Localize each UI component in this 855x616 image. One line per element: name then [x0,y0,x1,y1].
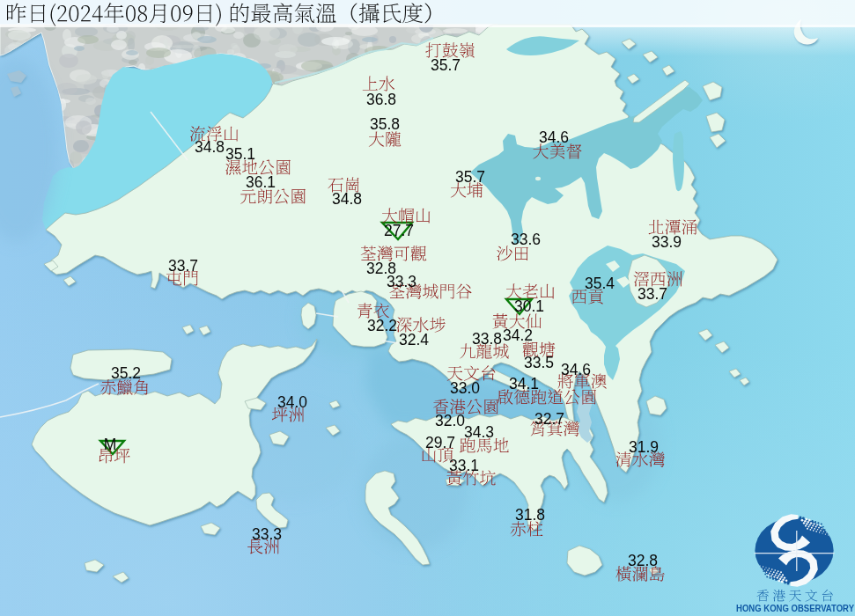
svg-text:27.7: 27.7 [384,222,414,239]
svg-text:36.1: 36.1 [246,173,276,191]
svg-text:35.1: 35.1 [225,145,255,163]
svg-text:32.4: 32.4 [399,331,429,348]
svg-text:34.6: 34.6 [561,361,591,378]
svg-text:35.7: 35.7 [455,168,485,186]
svg-text:32.0: 32.0 [435,412,465,429]
svg-text:33.3: 33.3 [387,273,416,290]
svg-text:M: M [104,436,117,453]
svg-text:34.2: 34.2 [503,326,533,344]
svg-text:29.7: 29.7 [425,434,455,451]
svg-text:33.7: 33.7 [638,285,667,303]
svg-text:34.0: 34.0 [277,393,307,411]
svg-text:35.2: 35.2 [111,364,141,382]
svg-text:33.5: 33.5 [524,354,554,371]
svg-text:33.6: 33.6 [511,231,541,248]
svg-text:35.7: 35.7 [431,56,461,74]
svg-text:33.1: 33.1 [449,457,479,474]
svg-text:HONG KONG OBSERVATORY: HONG KONG OBSERVATORY [736,603,854,613]
svg-text:32.2: 32.2 [367,317,397,334]
svg-text:33.9: 33.9 [652,233,682,251]
svg-text:33.3: 33.3 [252,525,282,543]
svg-text:32.7: 32.7 [534,410,564,428]
svg-text:34.6: 34.6 [539,128,569,146]
svg-text:33.8: 33.8 [472,330,502,348]
svg-text:34.3: 34.3 [464,423,494,441]
svg-text:34.8: 34.8 [332,190,362,208]
svg-text:34.1: 34.1 [509,375,539,392]
svg-text:31.8: 31.8 [515,506,545,524]
svg-text:35.8: 35.8 [370,115,400,133]
svg-text:34.8: 34.8 [195,138,225,156]
svg-text:30.1: 30.1 [514,297,544,315]
svg-text:35.4: 35.4 [585,275,615,292]
svg-text:33.7: 33.7 [168,257,198,275]
svg-text:33.0: 33.0 [450,379,480,397]
svg-text:32.8: 32.8 [628,552,658,569]
svg-text:36.8: 36.8 [366,91,396,108]
svg-text:31.9: 31.9 [629,438,659,456]
